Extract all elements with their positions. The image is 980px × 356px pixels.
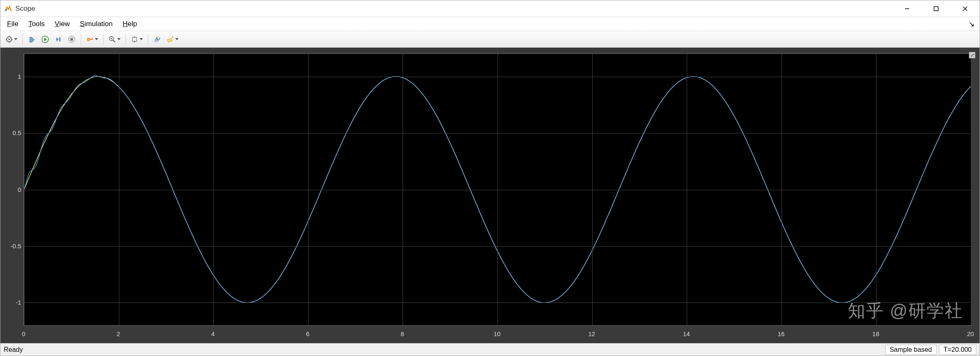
close-button[interactable]	[951, 0, 980, 17]
svg-point-0	[5, 9, 7, 11]
configuration-button[interactable]	[3, 33, 19, 46]
titlebar: Scope	[0, 0, 980, 17]
svg-rect-24	[167, 38, 172, 42]
svg-point-6	[8, 39, 10, 40]
step-forward-button[interactable]	[52, 33, 65, 46]
x-tick-label: 20	[967, 330, 974, 337]
x-tick-label: 2	[116, 330, 120, 337]
svg-rect-16	[70, 38, 73, 41]
minimize-button[interactable]	[893, 0, 922, 17]
toolbar-separator	[148, 34, 148, 45]
x-tick-label: 0	[22, 330, 25, 337]
y-tick-label: 1	[4, 73, 21, 80]
statusbar: Ready Sample based T=20.000	[0, 343, 980, 356]
y-tick-label: -0.5	[4, 242, 21, 249]
find-signal-button[interactable]	[26, 33, 38, 46]
plot-area: ⤢ 02468101214161820-1-0.500.51 知乎 @研学社	[0, 48, 980, 343]
svg-line-19	[113, 40, 115, 42]
x-tick-label: 6	[306, 330, 309, 337]
x-tick-label: 16	[777, 330, 784, 337]
scope-window: Scope File Tools View Simulation Help ↘	[0, 0, 980, 356]
menu-help[interactable]: Help	[118, 18, 142, 30]
plot-inner: ⤢ 02468101214161820-1-0.500.51	[4, 51, 976, 340]
run-button[interactable]	[39, 33, 51, 46]
menubar: File Tools View Simulation Help ↘	[0, 17, 980, 31]
y-tick-label: 0	[4, 186, 21, 193]
stop-button[interactable]	[65, 33, 78, 46]
x-tick-label: 14	[683, 330, 690, 337]
window-controls	[893, 0, 980, 17]
status-ready: Ready	[4, 346, 883, 354]
menu-tools[interactable]: Tools	[23, 18, 50, 30]
x-tick-label: 4	[211, 330, 215, 337]
zoom-button[interactable]	[106, 33, 123, 46]
cursor-measurements-button[interactable]	[151, 33, 164, 46]
dock-arrow-icon[interactable]: ↘	[965, 19, 978, 29]
menu-file[interactable]: File	[2, 18, 23, 30]
maximize-button[interactable]	[922, 0, 951, 17]
maximize-axes-icon[interactable]: ⤢	[969, 52, 975, 58]
scope-axes[interactable]	[24, 53, 971, 326]
status-time: T=20.000	[939, 345, 976, 355]
x-tick-label: 18	[872, 330, 879, 337]
toolbar-separator	[126, 34, 126, 45]
highlight-button[interactable]	[164, 33, 181, 46]
toolbar-separator	[81, 34, 81, 45]
svg-marker-12	[44, 38, 47, 41]
window-title: Scope	[15, 5, 893, 13]
toolbar	[0, 31, 980, 48]
x-tick-label: 8	[401, 330, 404, 337]
menu-simulation[interactable]: Simulation	[75, 18, 118, 30]
menu-view[interactable]: View	[50, 18, 75, 30]
matlab-icon	[4, 5, 12, 13]
y-tick-label: -1	[4, 299, 21, 306]
toolbar-separator	[103, 34, 104, 45]
x-tick-label: 12	[588, 330, 595, 337]
triggers-button[interactable]	[84, 33, 100, 46]
status-mode: Sample based	[885, 345, 937, 355]
autoscale-button[interactable]	[129, 33, 145, 46]
svg-rect-17	[87, 38, 90, 41]
svg-rect-2	[934, 7, 938, 11]
svg-marker-13	[56, 37, 59, 41]
x-tick-label: 10	[494, 330, 501, 337]
toolbar-separator	[22, 34, 23, 45]
svg-rect-14	[59, 37, 60, 41]
y-tick-label: 0.5	[4, 129, 21, 136]
